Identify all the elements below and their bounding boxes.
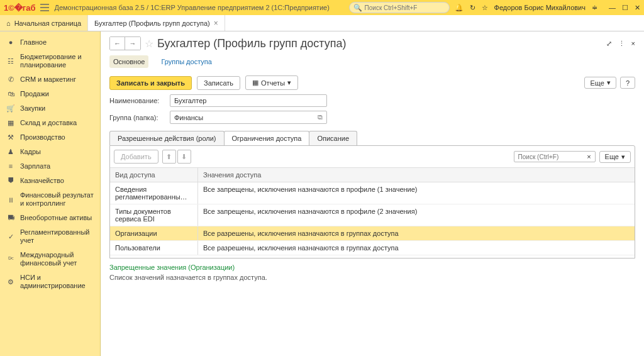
global-search-input[interactable] [365,4,445,11]
panel-search[interactable]: × [514,151,596,162]
nav-icon: 🛒 [6,104,15,113]
nav-label: CRM и маркетинг [20,75,76,84]
user-name[interactable]: Федоров Борис Михайлович [494,4,586,11]
nav-label: Бюджетирование и планирование [20,53,94,69]
tab-close-icon[interactable]: × [214,19,218,28]
subtab-groups[interactable]: Группы доступа [157,55,215,68]
sidebar-item-10[interactable]: ⫼Финансовый результат и контроллинг [0,188,100,211]
inner-tab-roles[interactable]: Разрешенные действия (роли) [109,131,225,145]
kebab-icon[interactable]: ⋮ [618,40,625,48]
cell-value: Все запрещены, исключения назначаются в … [198,204,635,226]
global-search[interactable]: 🔍 [349,2,450,13]
nav-icon: ≡ [6,162,15,170]
nav-icon: ✆ [6,75,15,84]
page-title: Бухгалтер (Профиль групп доступа) [157,37,346,50]
sidebar-item-3[interactable]: 🛍Продажи [0,87,100,101]
nav-icon: ● [6,38,15,47]
save-close-button[interactable]: Записать и закрыть [109,76,192,90]
grid-header-kind[interactable]: Вид доступа [110,168,198,182]
nav-label: Склад и доставка [20,119,77,127]
panel-search-input[interactable] [518,153,581,160]
dropdown-icon: ▾ [607,79,611,87]
table-row[interactable]: ПользователиВсе разрешены, исключения на… [110,241,635,255]
reports-button[interactable]: ▦Отчеты ▾ [245,75,298,90]
link-icon[interactable]: ⤢ [606,40,612,48]
group-input[interactable]: Финансы ⧉ [170,111,327,124]
table-row[interactable]: ОрганизацииВсе разрешены, исключения наз… [110,226,635,241]
table-row[interactable]: Типы документов сервиса EDIВсе запрещены… [110,204,635,226]
nav-icon: ☷ [6,57,15,65]
forward-button[interactable]: → [125,37,140,50]
dropdown-icon: ▾ [621,153,625,161]
back-button[interactable]: ← [110,37,125,50]
filter-icon[interactable]: ≑ [592,4,597,12]
tab-home-label: Начальная страница [14,19,81,27]
sidebar-item-6[interactable]: ⚒Производство [0,130,100,145]
report-icon: ▦ [252,79,258,87]
sidebar-item-11[interactable]: ⛟Внеоборотные активы [0,211,100,225]
nav-label: Зарплата [20,162,50,170]
maximize-icon[interactable]: ☐ [622,4,628,12]
search-icon: 🔍 [353,4,362,12]
name-input[interactable] [170,94,327,107]
help-button[interactable]: ? [620,77,635,89]
close-icon[interactable]: ✕ [635,4,640,12]
detail-title: Запрещенные значения (Организации) [109,264,635,271]
nav-icon: ⫼ [6,196,15,204]
nav-icon: ♟ [6,148,15,156]
cell-kind: Пользователи [110,241,198,255]
sidebar-item-14[interactable]: ⚙НСИ и администрирование [0,270,100,293]
favorite-icon[interactable]: ☆ [145,38,153,50]
more-button[interactable]: Еще ▾ [584,77,616,89]
panel-more-button[interactable]: Еще ▾ [599,151,631,163]
nav-arrows: ← → [109,36,141,50]
save-button[interactable]: Записать [197,76,240,90]
nav-icon: ⛟ [6,214,15,222]
nav-icon: ⚒ [6,133,15,142]
subtab-main[interactable]: Основное [109,55,148,68]
sidebar: ●Главное☷Бюджетирование и планирование✆C… [0,31,101,356]
sidebar-item-9[interactable]: ⛊Казначейство [0,174,100,188]
tab-current[interactable]: Бухгалтер (Профиль групп доступа) × [88,15,225,31]
sidebar-item-5[interactable]: ▦Склад и доставка [0,116,100,130]
sidebar-item-0[interactable]: ●Главное [0,35,100,50]
tab-current-label: Бухгалтер (Профиль групп доступа) [94,19,210,27]
group-value: Финансы [174,114,203,121]
page-close-icon[interactable]: × [631,40,635,48]
sidebar-item-4[interactable]: 🛒Закупки [0,101,100,116]
nav-icon: ⛊ [6,177,15,185]
sidebar-item-2[interactable]: ✆CRM и маркетинг [0,72,100,87]
nav-label: Кадры [20,148,41,156]
nav-label: Закупки [20,104,45,113]
tab-home[interactable]: ⌂ Начальная страница [0,15,88,31]
inner-tab-restrict[interactable]: Ограничения доступа [224,131,310,145]
sidebar-item-12[interactable]: ✓Регламентированный учет [0,225,100,248]
nav-icon: ▦ [6,119,15,127]
nav-label: Финансовый результат и контроллинг [20,191,94,208]
bell-icon[interactable]: 🔔 [455,4,464,12]
nav-label: Регламентированный учет [20,228,94,245]
clear-search-icon[interactable]: × [587,153,591,160]
table-row[interactable]: Сведения регламентированны…Все запрещены… [110,182,635,204]
add-button[interactable]: Добавить [114,150,158,164]
cell-kind: Сведения регламентированны… [110,182,198,204]
history-icon[interactable]: ↻ [470,4,475,12]
sidebar-item-1[interactable]: ☷Бюджетирование и планирование [0,50,100,72]
inner-tab-desc[interactable]: Описание [309,131,357,145]
sidebar-item-8[interactable]: ≡Зарплата [0,159,100,174]
move-down-button[interactable]: ⬇ [177,150,191,164]
menu-icon[interactable] [40,4,49,11]
grid-header-values[interactable]: Значения доступа [198,168,635,182]
group-picker-icon[interactable]: ⧉ [318,113,323,121]
dropdown-icon: ▾ [287,79,291,87]
star-icon[interactable]: ☆ [482,4,488,12]
nav-label: Внеоборотные активы [20,214,92,222]
sidebar-item-7[interactable]: ♟Кадры [0,145,100,159]
move-up-button[interactable]: ⬆ [162,150,176,164]
app-logo: 1©�габ [4,3,35,13]
sidebar-item-13[interactable]: ᴰᶜМеждународный финансовый учет [0,248,100,270]
nav-label: Международный финансовый учет [20,251,94,267]
window-title: Демонстрационная база 2.5 / 1С:ERP Управ… [54,4,329,11]
nav-icon: ⚙ [6,278,15,286]
minimize-icon[interactable]: — [609,4,616,12]
